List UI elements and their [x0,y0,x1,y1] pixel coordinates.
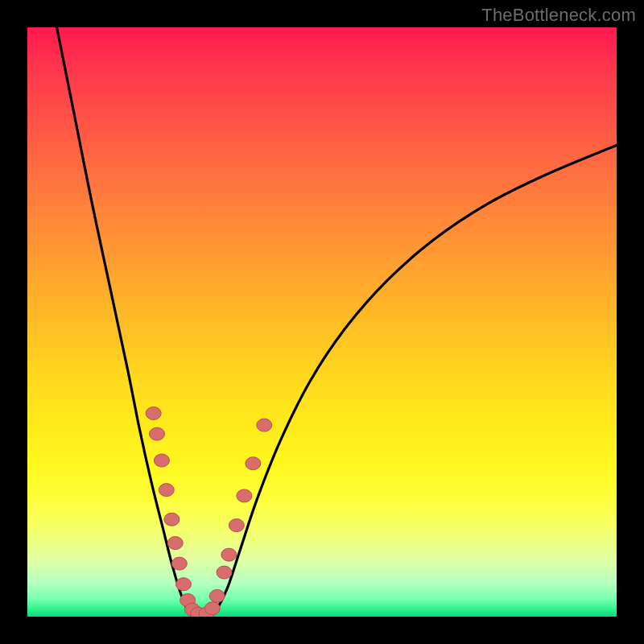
data-marker [164,513,180,526]
data-marker [171,557,187,570]
data-marker [167,537,183,550]
data-marker [209,589,225,602]
data-marker [204,602,220,615]
curve-group [57,27,617,617]
data-marker [154,454,169,467]
curve-left-branch [57,27,192,615]
data-marker [159,484,174,497]
data-marker [237,489,252,502]
data-marker [146,407,161,419]
curve-right-branch [212,145,617,614]
data-marker [221,548,237,561]
plot-area [27,27,617,617]
chart-svg [27,27,617,617]
outer-frame: TheBottleneck.com [0,0,644,644]
data-marker [217,566,232,579]
data-marker [229,519,244,532]
data-marker [150,427,165,440]
data-marker [246,457,261,470]
watermark-text: TheBottleneck.com [481,5,636,26]
data-marker [175,578,191,591]
data-marker [257,419,272,431]
